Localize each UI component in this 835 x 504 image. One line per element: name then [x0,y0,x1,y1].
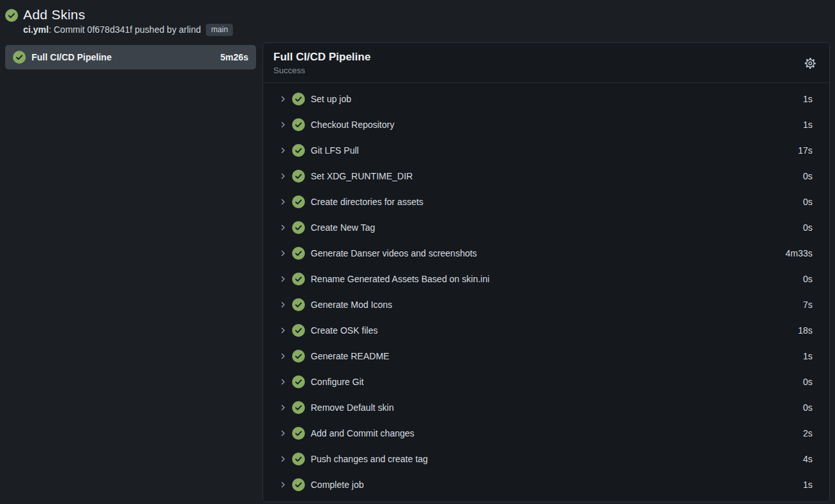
run-title: Add Skins [23,6,233,22]
step-duration: 4s [803,454,812,464]
chevron-right-icon[interactable] [279,301,288,309]
success-check-icon [292,273,305,285]
job-duration: 5m26s [220,52,248,62]
step-duration: 1s [803,94,812,104]
success-check-icon [292,401,305,414]
step-row[interactable]: Git LFS Pull 17s [263,138,829,163]
step-name: Git LFS Pull [311,145,793,156]
step-duration: 4m33s [785,248,812,258]
step-name: Create directories for assets [311,197,798,207]
commit-summary: ci.yml: Commit 0f678d341f pushed by arli… [23,24,233,36]
step-row[interactable]: Remove Default skin 0s [263,395,829,420]
chevron-right-icon[interactable] [279,172,288,180]
success-check-icon [292,478,305,491]
chevron-right-icon[interactable] [279,352,288,360]
success-check-icon [292,195,305,208]
success-check-icon [292,170,305,183]
step-name: Rename Generated Assets Based on skin.in… [311,274,798,284]
step-duration: 2s [803,428,812,438]
chevron-right-icon[interactable] [279,455,288,463]
chevron-right-icon[interactable] [279,121,288,129]
job-detail-titles: Full CI/CD Pipeline Success [273,50,371,76]
step-row[interactable]: Create directories for assets 0s [263,189,829,215]
step-row[interactable]: Rename Generated Assets Based on skin.in… [263,266,829,292]
step-row[interactable]: Generate Mod Icons 7s [263,292,829,318]
step-duration: 1s [803,120,812,130]
step-duration: 18s [798,325,812,336]
step-name: Push changes and create tag [311,454,798,464]
step-name: Create New Tag [311,222,798,233]
run-body: Full CI/CD Pipeline 5m26s Full CI/CD Pip… [5,42,830,502]
commit-text: : Commit 0f678d341f pushed by arlind [49,24,201,36]
chevron-right-icon[interactable] [279,404,288,411]
actions-run-page: Add Skins ci.yml: Commit 0f678d341f push… [0,0,835,504]
chevron-right-icon[interactable] [279,429,288,437]
step-duration: 1s [803,480,812,490]
job-name: Full CI/CD Pipeline [32,52,215,62]
step-row[interactable]: Create OSK files 18s [263,318,829,343]
jobs-sidebar: Full CI/CD Pipeline 5m26s [5,42,256,69]
step-name: Remove Default skin [311,402,798,413]
success-check-icon [292,375,305,388]
step-name: Generate Mod Icons [311,300,798,310]
step-row[interactable]: Create New Tag 0s [263,215,829,240]
workflow-file-name: ci.yml [23,24,49,36]
success-check-icon [292,453,305,465]
success-check-icon [292,298,305,311]
chevron-right-icon[interactable] [279,249,288,257]
success-check-icon [292,118,305,131]
step-row[interactable]: Set XDG_RUNTIME_DIR 0s [263,163,829,189]
step-row[interactable]: Add and Commit changes 2s [263,420,829,446]
step-row[interactable]: Complete job 1s [263,472,829,498]
step-name: Create OSK files [311,325,793,336]
branch-badge[interactable]: main [206,24,233,36]
chevron-right-icon[interactable] [279,481,288,489]
step-duration: 0s [803,402,812,413]
step-duration: 7s [803,300,812,310]
step-name: Set up job [311,94,798,104]
job-detail-header: Full CI/CD Pipeline Success [263,43,829,83]
chevron-right-icon[interactable] [279,95,288,103]
step-row[interactable]: Generate README 1s [263,343,829,369]
success-check-icon [5,9,18,22]
step-duration: 1s [803,351,812,361]
step-row[interactable]: Generate Danser videos and screenshots 4… [263,240,829,266]
success-check-icon [292,247,305,260]
success-check-icon [292,427,305,440]
step-row[interactable]: Checkout Repository 1s [263,112,829,138]
success-check-icon [292,324,305,337]
chevron-right-icon[interactable] [279,224,288,231]
step-name: Generate Danser videos and screenshots [311,248,780,258]
success-check-icon [292,144,305,157]
chevron-right-icon[interactable] [279,198,288,206]
gear-icon[interactable] [801,54,819,72]
step-row[interactable]: Push changes and create tag 4s [263,446,829,472]
step-duration: 17s [798,145,812,156]
run-header: Add Skins ci.yml: Commit 0f678d341f push… [5,5,830,36]
step-name: Generate README [311,351,798,361]
step-row[interactable]: Set up job 1s [263,86,829,112]
success-check-icon [292,221,305,234]
step-duration: 0s [803,171,812,181]
step-duration: 0s [803,197,812,207]
success-check-icon [13,51,26,64]
success-check-icon [292,350,305,363]
steps-list: Set up job 1s Checkout Repository 1s Git… [263,83,829,501]
step-name: Set XDG_RUNTIME_DIR [311,171,798,181]
step-duration: 0s [803,377,812,387]
chevron-right-icon[interactable] [279,275,288,283]
chevron-right-icon[interactable] [279,327,288,334]
step-duration: 0s [803,274,812,284]
chevron-right-icon[interactable] [279,378,288,386]
step-name: Checkout Repository [311,120,798,130]
step-duration: 0s [803,222,812,233]
job-title: Full CI/CD Pipeline [273,50,371,64]
step-name: Complete job [311,480,798,490]
job-detail-panel: Full CI/CD Pipeline Success [262,42,830,502]
step-row[interactable]: Configure Git 0s [263,369,829,395]
chevron-right-icon[interactable] [279,147,288,154]
job-list-item[interactable]: Full CI/CD Pipeline 5m26s [5,45,256,69]
job-status-text: Success [273,66,371,76]
step-name: Configure Git [311,377,798,387]
success-check-icon [292,93,305,105]
